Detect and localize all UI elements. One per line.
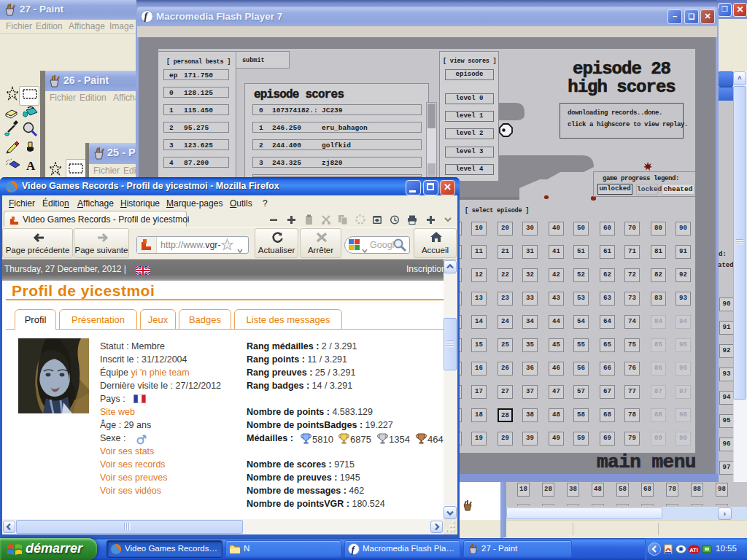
svg-text:A: A [26,159,36,173]
svg-text:ATI: ATI [689,547,698,553]
